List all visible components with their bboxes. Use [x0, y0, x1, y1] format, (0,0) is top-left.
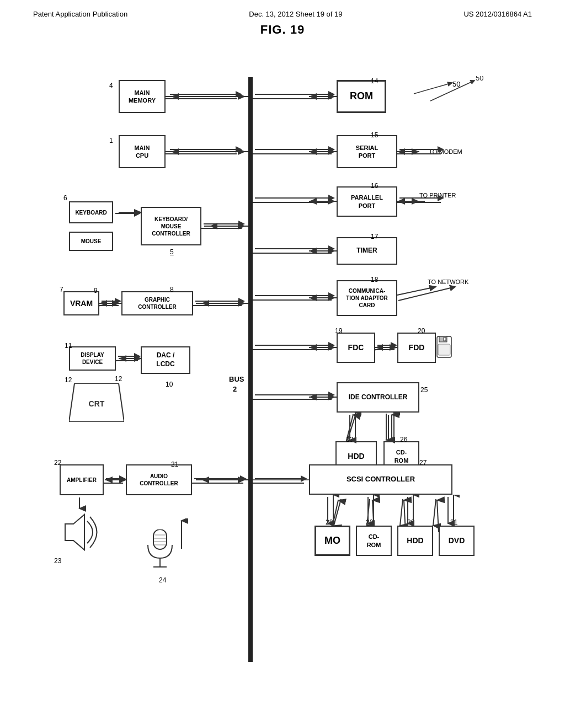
arrow-comm: [253, 291, 338, 305]
arrow-main-cpu: [166, 144, 246, 159]
arrow-hdd2-down: [403, 495, 419, 528]
ref-17: 17: [371, 233, 378, 240]
ref-6: 6: [63, 194, 67, 202]
arrow-serial: [253, 144, 338, 159]
svg-rect-66: [444, 338, 446, 341]
main-cpu-label: MAIN CPU: [134, 144, 150, 160]
ref-7: 7: [60, 286, 63, 293]
arrow-main-memory: [166, 89, 246, 104]
arrow-hdd-down: [345, 413, 361, 445]
svg-line-46: [433, 499, 436, 526]
arrow-ide: [253, 390, 338, 404]
dvd-label: DVD: [449, 536, 465, 545]
arrow-rom: [253, 89, 338, 104]
ref-22: 22: [54, 459, 61, 467]
speaker-svg: [54, 510, 98, 554]
ref-27: 27: [419, 459, 427, 467]
arrow-cdrom-down: [383, 413, 400, 445]
vram-box: VRAM: [63, 291, 99, 315]
cdrom2-box: CD- ROM: [356, 526, 392, 556]
hdd2-box: HDD: [397, 526, 433, 556]
ref-20: 20: [418, 327, 425, 335]
scsi-controller-label: SCSI CONTROLLER: [347, 475, 415, 484]
ref-5: 5: [170, 248, 174, 256]
hdd-label: HDD: [348, 451, 364, 461]
arrow-cdrom2-down: [363, 495, 380, 528]
amplifier-box: AMPLIFIER: [60, 464, 104, 495]
scsi-controller-box: SCSI CONTROLLER: [309, 464, 452, 495]
header-center: Dec. 13, 2012 Sheet 19 of 19: [249, 10, 342, 18]
fdd-disk-icon: [436, 335, 452, 358]
arrow-mo-down: [323, 495, 339, 528]
audio-controller-box: AUDIO CONTROLLER: [126, 464, 192, 495]
keyboard-box: KEYBOARD: [69, 201, 113, 223]
arrow-timer: [253, 244, 338, 258]
audio-controller-label: AUDIO CONTROLLER: [140, 473, 178, 487]
fig-title: FIG. 19: [0, 23, 565, 37]
arrow-fdd: [375, 340, 400, 355]
ref-24: 24: [159, 576, 166, 584]
main-cpu-box: MAIN CPU: [119, 135, 166, 168]
keyboard-controller-label: KEYBOARD/ MOUSE CONTROLLER: [152, 216, 190, 237]
ref-18: 18: [371, 276, 378, 283]
mo-box: MO: [315, 526, 350, 556]
mouse-label: MOUSE: [81, 238, 102, 245]
arrow-audio-ctrl: [192, 474, 250, 488]
amplifier-label: AMPLIFIER: [67, 477, 97, 484]
header-right: US 2012/0316864 A1: [463, 10, 532, 18]
fdc-label: FDC: [348, 342, 364, 352]
arrow-keyboard: [113, 208, 143, 218]
header-left: Patent Application Publication: [33, 10, 127, 18]
ref-4: 4: [109, 82, 113, 89]
arrow-network: [397, 284, 463, 306]
svg-text:CRT: CRT: [89, 399, 105, 408]
graphic-controller-label: GRAPHIC CONTROLLER: [138, 296, 176, 311]
keyboard-controller-box: KEYBOARD/ MOUSE CONTROLLER: [141, 207, 201, 245]
graphic-controller-box: GRAPHIC CONTROLLER: [121, 291, 193, 315]
cdrom2-label: CD- ROM: [367, 533, 381, 549]
bus-num: 2: [233, 385, 237, 393]
ide-controller-box: IDE CONTROLLER: [337, 382, 419, 413]
svg-rect-67: [438, 344, 450, 355]
ref-23: 23: [54, 557, 61, 565]
ref-11: 11: [65, 342, 72, 350]
svg-text:50: 50: [476, 76, 483, 82]
arrow-parallel: [253, 193, 338, 207]
header: Patent Application Publication Dec. 13, …: [0, 0, 565, 18]
arrow-dvd-down: [443, 495, 460, 528]
ref-16: 16: [371, 182, 378, 190]
ide-controller-label: IDE CONTROLLER: [349, 393, 408, 402]
rom-box: ROM: [337, 80, 386, 113]
dvd-box: DVD: [439, 526, 475, 556]
fdd-box: FDD: [397, 333, 436, 363]
arrow-keyboard-ctrl: [201, 219, 248, 233]
fdd-label: FDD: [409, 342, 425, 352]
ref-12: 12: [115, 375, 122, 383]
page: Patent Application Publication Dec. 13, …: [0, 0, 565, 728]
ref-10: 10: [166, 381, 173, 388]
ref-26: 26: [400, 436, 407, 443]
cdrom1-label: CD- ROM: [395, 448, 409, 464]
dac-lcdc-box: DAC / LCDC: [141, 346, 190, 374]
ref-14: 14: [371, 77, 378, 85]
svg-rect-56: [153, 529, 167, 549]
arrow-printer: [397, 193, 447, 207]
arrow-display: [116, 351, 143, 366]
crt-svg: CRT: [69, 383, 124, 422]
hdd2-label: HDD: [407, 536, 423, 545]
arrow-graphic-ctrl: [193, 296, 248, 311]
ref-1: 1: [109, 137, 113, 144]
timer-label: TIMER: [356, 247, 377, 255]
comm-card-box: COMMUNICA- TION ADAPTOR CARD: [337, 280, 397, 316]
bus-label: BUS: [229, 375, 244, 383]
dac-lcdc-label: DAC / LCDC: [156, 351, 174, 368]
ref50-bracket: 50: [419, 76, 486, 104]
ref-12b: 12: [65, 376, 72, 384]
ref-15: 15: [371, 131, 378, 139]
svg-marker-55: [65, 515, 84, 550]
arrow-scsi: [253, 474, 311, 488]
arrow-mic: [174, 518, 190, 552]
bus-line: [248, 77, 253, 662]
svg-line-120: [430, 81, 475, 101]
timer-box: TIMER: [337, 237, 397, 265]
